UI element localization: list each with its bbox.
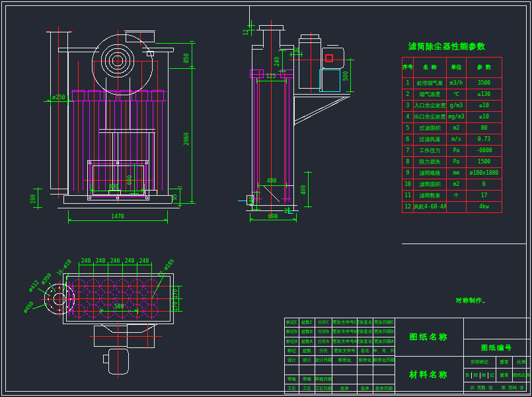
title-block-cell — [332, 365, 358, 375]
title-block-cell: 分区 — [315, 347, 332, 356]
param-cell — [447, 202, 467, 213]
sheet-total: 共 页数 张 — [471, 385, 493, 391]
param-cell: -6000 — [467, 146, 502, 157]
param-header-name: 名 称 — [414, 58, 447, 78]
param-header-value: 参 数 — [467, 58, 502, 78]
param-cell: 过滤风速 — [414, 134, 447, 146]
title-block-cell — [373, 365, 395, 375]
dim-hole-pitch-2: 240 — [96, 258, 106, 264]
weight-value-cell: 重量 — [496, 369, 513, 382]
param-cell: 阻力损失 — [414, 157, 447, 168]
number-section: 图纸编号 阶段标记 重量 比例 阶段标记 重量 图纸比例 共 页数 张 第 页码… — [464, 318, 530, 394]
title-block-cell: 更改文件号b — [332, 328, 358, 337]
material-name-cell: 材料名称 — [395, 357, 463, 394]
title-block-cell: 标记A — [285, 337, 299, 347]
title-block-cell — [299, 365, 315, 375]
title-block-cell: 更改签名A — [358, 337, 373, 347]
param-cell: mg/m3 — [447, 112, 467, 123]
dim-overall-depth: 690 — [268, 214, 278, 220]
dim-plan-hopper-width: 500 — [114, 304, 124, 310]
title-block-cell: 更改日期A — [373, 337, 395, 347]
param-cell: ≤10 — [467, 101, 502, 112]
front-structure — [46, 30, 180, 208]
side-motor-shaft — [326, 55, 332, 62]
param-cell: 烟气温度 — [414, 89, 447, 101]
param-cell: 入口含尘浓度 — [414, 101, 447, 112]
title-block-cell: 批准 — [332, 384, 358, 394]
param-row: 3入口含尘浓度g/m3≤10 — [402, 101, 502, 112]
param-row: 5过滤面积m280 — [402, 123, 502, 134]
param-cell: Pa — [447, 146, 467, 157]
sheet-count-row: 共 页数 张 第 页码 张 — [464, 382, 530, 394]
param-cell: 个 — [447, 191, 467, 202]
dim-flange-d2: ø412 — [27, 279, 40, 293]
dim-hole-pitch-1: 240 — [81, 258, 91, 264]
param-cell: 4 — [402, 112, 414, 123]
cad-drawing-canvas: ø250 850 2060 95 190 800 600 1470 — [0, 0, 532, 397]
dim-left-base: 190 — [30, 195, 36, 204]
title-block-cell: 标记 — [285, 347, 299, 356]
param-cell: ≤130 — [467, 89, 502, 101]
dim-row-pitch-2: 170 — [172, 302, 178, 312]
title-block-cell: 更改日期b — [373, 328, 395, 337]
param-cell: 5 — [402, 123, 414, 134]
title-block-cell: 处数A — [299, 337, 315, 347]
param-cell: m3/h — [447, 78, 467, 89]
param-header-unit: 单位 — [447, 58, 467, 78]
param-row: 2烟气温度℃≤130 — [402, 89, 502, 101]
side-view: 12 50 240 125 500 400 400 240 25 690 — [238, 20, 354, 222]
param-cell: 11 — [402, 191, 414, 202]
title-block-cell: 工艺 — [299, 384, 315, 394]
dim-roof-lip: 12 — [243, 29, 249, 36]
title-block-cell: 标准化 — [332, 356, 358, 365]
title-block-cell: 设计 — [285, 356, 299, 365]
param-cell: 4kw — [467, 202, 502, 213]
dim-upper-height: 850 — [184, 54, 190, 64]
title-block-cell — [285, 365, 299, 375]
title-block-cell: 工艺 — [285, 384, 299, 394]
name-cells: 图纸名称 材料名称 — [395, 318, 464, 394]
title-block-cell: 工艺日期 — [315, 384, 332, 394]
param-table: 序号 名 称 单位 参 数 1处理烟气量m3/h35002烟气温度℃≤1303入… — [402, 57, 502, 213]
param-cell: m2 — [447, 179, 467, 191]
dim-overall-width: 1470 — [111, 214, 124, 220]
param-cell: 3500 — [467, 78, 502, 89]
param-cell: 9 — [402, 168, 414, 179]
param-cell: 10 — [402, 179, 414, 191]
dim-flange-bolts: 16-ø18 — [56, 258, 73, 277]
title-block-cell: 标记b — [285, 328, 299, 337]
param-row: 6过滤风速m/s0.73 — [402, 134, 502, 146]
param-cell: 7 — [402, 146, 414, 157]
dim-flange-d3: ø450 — [22, 300, 34, 314]
param-cell: ℃ — [447, 89, 467, 101]
param-cell: ø180x1800 — [467, 168, 502, 179]
title-block-cell: 处数 — [299, 347, 315, 356]
drawing-name-cell: 图纸名称 — [395, 318, 463, 357]
title-block-cell: 分区A — [315, 337, 332, 347]
param-header-row: 序号 名 称 单位 参 数 — [402, 58, 502, 78]
dim-door-height: 600 — [127, 175, 133, 185]
dim-door-width: 800 — [109, 184, 119, 190]
title-block-cell: 批准 — [358, 384, 373, 394]
symmetry-note: 对称制作。 — [456, 296, 489, 305]
title-block-cell: 更改签名C — [358, 318, 373, 328]
front-centerlines — [46, 26, 159, 204]
scale-value-cell: 图纸比例 — [513, 369, 530, 382]
param-cell: 2 — [402, 89, 414, 101]
dim-fan-assembly-height: 500 — [343, 71, 349, 81]
param-cell: 6 — [467, 179, 502, 191]
title-block-cell: 设计 — [299, 356, 315, 365]
stage-mark-cell: 段 — [472, 373, 480, 378]
dim-row-pitch-1: 170 — [172, 289, 178, 299]
param-table-body: 1处理烟气量m3/h35002烟气温度℃≤1303入口含尘浓度g/m3≤104出… — [402, 78, 502, 213]
param-cell: mm — [447, 168, 467, 179]
param-table-title: 滤筒除尘器性能参数 — [408, 41, 486, 52]
title-block-cell: 签名 — [358, 347, 373, 356]
title-block-cell: 分区b — [315, 328, 332, 337]
param-row: 12风机4-68-4A4kw — [402, 202, 502, 213]
front-view: ø250 850 2060 95 190 800 600 1470 — [30, 26, 196, 224]
param-cell: g/m3 — [447, 101, 467, 112]
param-cell: 出口含尘浓度 — [414, 112, 447, 123]
front-cartridges — [71, 90, 167, 197]
param-header-no: 序号 — [402, 58, 414, 78]
